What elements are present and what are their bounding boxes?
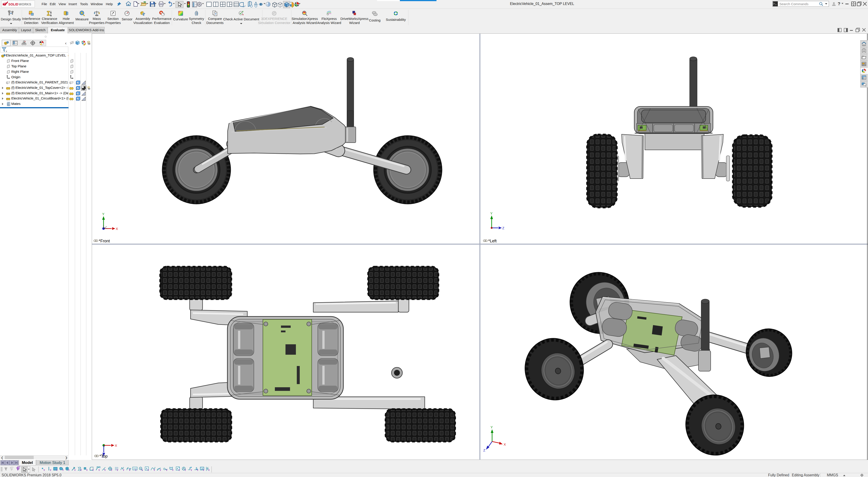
svg-text:*Front: *Front (99, 239, 110, 243)
svg-text:A: A (177, 467, 178, 470)
svg-text:X: X (116, 227, 118, 231)
svg-text:*Left: *Left (488, 239, 497, 243)
svg-text:Y: Y (102, 212, 104, 216)
svg-text:*Top: *Top (99, 454, 107, 458)
svg-text:Z: Z (483, 448, 485, 452)
svg-text:A: A (146, 467, 148, 470)
svg-text:103: 103 (133, 468, 136, 470)
svg-text:N: N (140, 468, 142, 470)
svg-text:Z: Z (502, 226, 504, 230)
svg-text:X: X (115, 444, 117, 447)
svg-text:?: ? (215, 13, 216, 16)
svg-text:Y: Y (490, 211, 493, 215)
svg-text:SOLID: SOLID (8, 2, 18, 6)
svg-text:X: X (504, 442, 506, 446)
svg-text:WORKS: WORKS (19, 2, 31, 6)
svg-text:Y: Y (491, 425, 493, 429)
